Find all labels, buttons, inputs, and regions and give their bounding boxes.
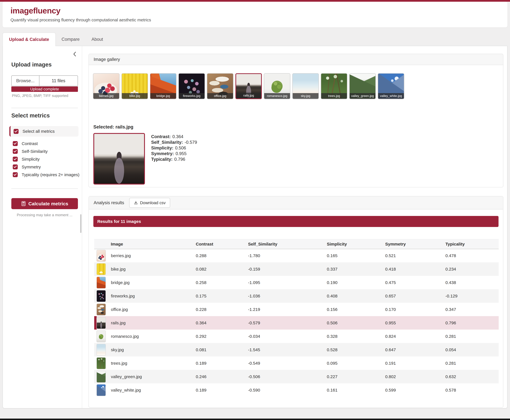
cell-symmetry: 0.170 (385, 303, 445, 316)
checkbox-checked-icon (13, 157, 18, 162)
cell-contrast: 0.246 (196, 370, 248, 383)
gallery-thumb-bike[interactable]: bike.jpg (122, 73, 148, 99)
file-upload-input: Browse... 11 files (11, 75, 78, 86)
cell-symmetry: 0.599 (385, 383, 445, 397)
calculator-icon (21, 201, 26, 206)
row-thumbnail (96, 317, 106, 329)
gallery-thumb-office[interactable]: office.jpg (207, 73, 233, 99)
gallery-thumb-bridge[interactable]: bridge.jpg (150, 73, 176, 99)
cell-self-similarity: -1.095 (248, 276, 327, 289)
cell-symmetry: 0.418 (385, 262, 445, 276)
page-title: imagefluency (10, 6, 507, 15)
results-table: ImageContrastSelf_SimilaritySimplicitySy… (94, 239, 499, 397)
cell-symmetry: 0.802 (385, 370, 445, 383)
gallery-thumb-sky[interactable]: sky.jpg (292, 73, 319, 99)
metric-checkbox-simplicity[interactable]: Simplicity (11, 155, 82, 163)
row-filename: valley_white.jpg (111, 388, 141, 393)
tab-label: Compare (62, 37, 80, 42)
row-thumbnail (96, 384, 106, 396)
sidebar-collapse-row (11, 50, 78, 57)
metric-checkbox-list: Contrast Self-Similarity Simplicity Symm… (11, 140, 82, 179)
checkbox-checked-icon (14, 129, 19, 134)
cell-typicality: -0.129 (445, 289, 499, 303)
sidebar-scrollbar[interactable] (80, 214, 81, 233)
table-row-office[interactable]: office.jpg 0.228 -1.219 0.156 0.170 0.34… (94, 303, 499, 316)
gallery-thumb-rails[interactable]: rails.jpg (235, 73, 262, 99)
cell-typicality: 0.578 (445, 383, 499, 397)
cell-simplicity: 0.328 (327, 330, 385, 343)
collapse-sidebar-button[interactable] (72, 50, 78, 58)
checkbox-checked-icon (13, 149, 18, 154)
selected-metric-line: Simplicity:0.506 (151, 145, 197, 151)
gallery-panel-header: Image gallery (89, 54, 503, 65)
gallery-thumb-valley_green[interactable]: valley_green.jpg (349, 73, 376, 99)
gallery-thumb-berries[interactable]: berries.jpg (93, 73, 119, 99)
table-image-cell: valley_white.jpg (94, 384, 196, 396)
tab-compare[interactable]: Compare (56, 33, 86, 46)
table-image-cell: berries.jpg (94, 250, 196, 262)
metric-value: 0.506 (175, 145, 186, 150)
metric-name: Typicality: (151, 157, 173, 162)
results-panel-header: Analysis results Download csv (89, 196, 503, 210)
upload-progress-bar: Upload complete (11, 86, 78, 92)
metric-checkbox-typicality-requires-2-images[interactable]: Typicality (requires 2+ images) (11, 171, 82, 179)
gallery-thumb-romanesco[interactable]: romanesco.jpg (264, 73, 290, 99)
row-filename: berries.jpg (111, 253, 131, 258)
gallery-thumb-valley_white[interactable]: valley_white.jpg (378, 73, 404, 99)
table-row-valley_green[interactable]: valley_green.jpg 0.246 -0.506 0.227 0.80… (94, 370, 499, 383)
row-thumbnail (96, 344, 106, 356)
gallery-thumb-fireworks[interactable]: fireworks.jpg (178, 73, 205, 99)
cell-contrast: 0.081 (196, 343, 248, 356)
table-image-cell: trees.jpg (94, 357, 196, 369)
table-row-bike[interactable]: bike.jpg 0.082 -0.159 0.337 0.418 0.234 (94, 262, 499, 276)
calculate-metrics-button[interactable]: Calculate metrics (11, 198, 78, 209)
download-icon (134, 201, 138, 205)
selected-image-label: Selected: rails.jpg (93, 124, 503, 130)
metric-checkbox-contrast[interactable]: Contrast (11, 140, 82, 147)
row-thumbnail (96, 263, 106, 275)
cell-simplicity: 0.165 (327, 249, 385, 262)
selected-metric-line: Typicality:0.796 (151, 157, 197, 162)
cell-simplicity: 0.227 (327, 370, 385, 383)
thumb-caption: office.jpg (207, 93, 233, 99)
metric-checkbox-symmetry[interactable]: Symmetry (11, 163, 82, 171)
calculate-label: Calculate metrics (28, 201, 68, 206)
tab-upload-calculate[interactable]: Upload & Calculate (3, 33, 56, 46)
table-row-berries[interactable]: berries.jpg 0.288 -1.780 0.165 0.521 0.4… (94, 249, 499, 262)
cell-typicality: 0.234 (445, 262, 499, 276)
cell-symmetry: 0.475 (385, 276, 445, 289)
table-row-fireworks[interactable]: fireworks.jpg 0.175 -1.036 0.408 0.657 -… (94, 289, 499, 303)
metric-label: Typicality (requires 2+ images) (22, 172, 79, 177)
table-row-valley_white[interactable]: valley_white.jpg 0.189 -0.590 0.161 0.59… (94, 383, 499, 397)
table-row-rails[interactable]: rails.jpg 0.364 -0.579 0.506 0.955 0.796 (94, 316, 499, 330)
analysis-results-panel: Analysis results Download csv Results fo… (89, 196, 503, 408)
row-filename: bike.jpg (111, 267, 125, 271)
row-thumbnail (96, 277, 106, 289)
row-thumbnail (96, 250, 106, 262)
tab-about[interactable]: About (85, 33, 109, 46)
metric-label: Simplicity (22, 157, 40, 162)
main-content-card: Upload images Browse... 11 files Upload … (3, 46, 507, 408)
metric-name: Symmetry: (151, 151, 174, 156)
browse-button[interactable]: Browse... (12, 76, 39, 86)
metrics-heading: Select metrics (11, 112, 82, 119)
metric-name: Self_Similarity: (151, 140, 183, 145)
table-body: berries.jpg 0.288 -1.780 0.165 0.521 0.4… (94, 249, 499, 397)
metric-name: Contrast: (151, 134, 171, 139)
download-csv-button[interactable]: Download csv (129, 198, 170, 208)
table-row-bridge[interactable]: bridge.jpg 0.258 -1.095 0.190 0.475 0.43… (94, 276, 499, 289)
select-all-metrics-checkbox[interactable]: Select all metrics (9, 126, 78, 136)
table-image-cell: fireworks.jpg (94, 290, 196, 302)
table-row-sky[interactable]: sky.jpg 0.081 -1.545 0.528 0.647 0.054 (94, 343, 499, 356)
thumb-caption: berries.jpg (93, 93, 119, 99)
metric-checkbox-self-similarity[interactable]: Self-Similarity (11, 147, 82, 155)
table-row-trees[interactable]: trees.jpg 0.189 -0.549 0.095 0.191 0.281 (94, 356, 499, 370)
table-image-cell: romanesco.jpg (94, 330, 196, 342)
row-thumbnail (96, 371, 106, 383)
gallery-thumb-trees[interactable]: trees.jpg (321, 73, 347, 99)
tab-label: Upload & Calculate (9, 37, 49, 42)
metric-label: Self-Similarity (22, 149, 48, 154)
table-row-romanesco[interactable]: romanesco.jpg 0.292 -0.034 0.328 0.824 0… (94, 330, 499, 343)
files-count-field[interactable]: 11 files (39, 76, 78, 86)
column-header-contrast: Contrast (196, 239, 248, 249)
